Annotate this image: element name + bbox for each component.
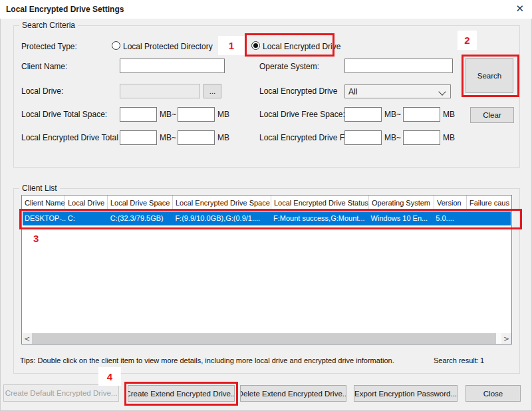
client-name-label: Client Name: <box>21 62 67 71</box>
close-button[interactable]: Close <box>466 385 521 402</box>
column-header-3[interactable]: Local Encrypted Drive Space <box>173 196 271 211</box>
encrypted-total-max-input[interactable] <box>178 130 215 145</box>
local-drive-input[interactable] <box>120 84 200 98</box>
export-encryption-password-button[interactable]: Export Encryption Password... <box>354 385 458 402</box>
local-drive-total-max-input[interactable] <box>178 107 215 122</box>
horizontal-scrollbar: < > <box>22 333 511 344</box>
scroll-left-icon[interactable]: < <box>22 333 32 344</box>
column-header-7[interactable]: Failure caus <box>467 196 511 211</box>
local-drive-free-max-input[interactable] <box>403 107 440 122</box>
search-criteria-group-label: Search Criteria <box>19 21 78 30</box>
column-header-0[interactable]: Client Name <box>22 196 65 211</box>
chevron-down-icon <box>438 88 446 95</box>
local-drive-label: Local Drive: <box>21 86 63 96</box>
encrypted-total-end-unit: MB <box>217 133 229 142</box>
local-drive-free-end-unit: MB <box>443 110 455 119</box>
radio-local-encrypted-drive[interactable] <box>251 41 260 50</box>
column-header-4[interactable]: Local Encrypted Drive Status <box>271 196 369 211</box>
local-drive-total-mid-unit: MB~ <box>160 110 176 119</box>
encrypted-free-mid-unit: MB~ <box>384 133 401 142</box>
search-result-label: Search result: <box>434 356 479 364</box>
encrypted-free-max-input[interactable] <box>403 130 440 145</box>
local-drive-browse-button[interactable]: ... <box>203 84 221 98</box>
table-row[interactable]: DESKTOP-...C:C:(32.3/79.5GB)F:(9.9/10.0G… <box>23 211 511 225</box>
table-cell-1[interactable]: C: <box>66 211 108 225</box>
client-table: Client NameLocal DriveLocal Drive SpaceL… <box>21 195 512 344</box>
protected-type-label: Protected Type: <box>21 42 77 51</box>
radio-local-encrypted-drive-label[interactable]: Local Encrypted Drive <box>263 42 340 51</box>
table-header-row: Client NameLocal DriveLocal Drive SpaceL… <box>22 196 511 211</box>
encrypted-total-mid-unit: MB~ <box>160 133 176 142</box>
delete-extend-encrypted-drive-button[interactable]: Delete Extend Encrypted Drive... <box>240 385 346 402</box>
local-drive-total-min-input[interactable] <box>120 107 157 122</box>
operate-system-input[interactable] <box>344 59 453 73</box>
table-cell-6[interactable]: 5.0.... <box>434 211 466 225</box>
local-encrypted-drive-settings-dialog: Local Encrypted Drive Settings ✕ Search … <box>0 0 532 411</box>
encrypted-total-label: Local Encrypted Drive Total <box>21 133 118 142</box>
close-icon[interactable]: ✕ <box>515 3 524 14</box>
table-cell-0[interactable]: DESKTOP-... <box>23 211 66 225</box>
radio-local-protected-directory[interactable] <box>112 41 120 50</box>
table-cell-4[interactable]: F:Mount success,G:Mount... <box>271 211 369 225</box>
column-header-2[interactable]: Local Drive Space <box>108 196 173 211</box>
encrypted-free-min-input[interactable] <box>344 130 382 145</box>
search-button[interactable]: Search <box>466 58 513 93</box>
table-cell-2[interactable]: C:(32.3/79.5GB) <box>108 211 174 225</box>
encrypted-free-end-unit: MB <box>443 133 455 142</box>
column-header-5[interactable]: Operating System <box>369 196 434 211</box>
local-encrypted-drive-filter-label: Local Encrypted Drive <box>259 86 337 96</box>
local-encrypted-drive-dropdown-value: All <box>348 87 357 96</box>
encrypted-total-min-input[interactable] <box>120 130 157 145</box>
client-list-group-label: Client List <box>19 184 60 193</box>
local-drive-free-min-input[interactable] <box>344 107 382 122</box>
tips-text: Tips: Double click on the client item to… <box>20 356 394 364</box>
column-header-1[interactable]: Local Drive <box>65 196 108 211</box>
scroll-right-icon[interactable]: > <box>501 333 511 344</box>
dialog-title: Local Encrypted Drive Settings <box>6 5 124 14</box>
encrypted-free-label: Local Encrypted Drive Free <box>259 133 356 142</box>
create-extend-encrypted-drive-button[interactable]: Create Extend Encrypted Drive... <box>128 385 235 402</box>
local-encrypted-drive-dropdown[interactable]: All <box>344 84 451 98</box>
local-drive-free-mid-unit: MB~ <box>384 110 401 119</box>
operate-system-label: Operate System: <box>259 62 319 71</box>
radio-local-protected-directory-label[interactable]: Local Protected Directory <box>123 42 213 51</box>
local-drive-free-label: Local Drive Free Space: <box>259 110 345 119</box>
local-drive-total-end-unit: MB <box>217 110 229 119</box>
search-result: Search result: 1 <box>434 356 484 364</box>
title-bar: Local Encrypted Drive Settings ✕ <box>0 0 532 19</box>
column-header-6[interactable]: Version <box>434 196 467 211</box>
clear-button[interactable]: Clear <box>470 107 514 123</box>
table-cell-3[interactable]: F:(9.9/10.0GB),G:(0.9/1.... <box>173 211 271 225</box>
client-name-input[interactable] <box>120 59 225 73</box>
table-cell-7[interactable] <box>466 211 511 225</box>
search-result-value: 1 <box>480 356 484 364</box>
create-default-encrypted-drive-button: Create Default Encrypted Drive... <box>3 384 119 402</box>
table-cell-5[interactable]: Windows 10 En... <box>369 211 434 225</box>
local-drive-total-label: Local Drive Total Space: <box>21 110 107 119</box>
scrollbar-thumb[interactable] <box>32 333 496 344</box>
